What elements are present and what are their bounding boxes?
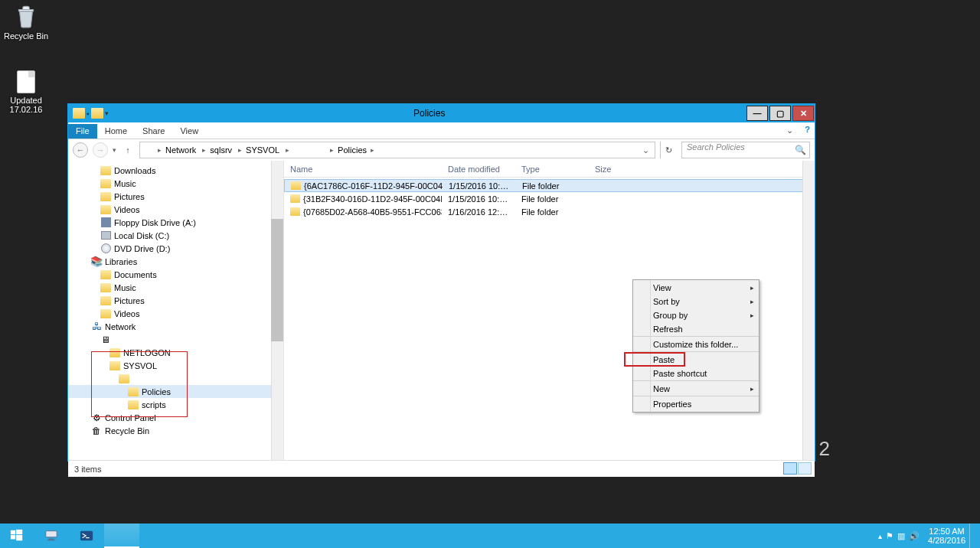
taskbar-server-manager[interactable] — [34, 524, 69, 548]
tree-label: Network — [105, 322, 136, 331]
titlebar[interactable]: ▪ ▾ Policies — ▢ ✕ — [68, 104, 815, 122]
col-size[interactable]: Size — [589, 165, 635, 174]
content-scrollbar[interactable] — [802, 161, 815, 460]
tree-node[interactable]: Pictures — [68, 190, 283, 203]
tray-network-icon[interactable]: ▥ — [897, 531, 905, 541]
tree-label: SYSVOL — [123, 361, 157, 370]
ribbon-tab-view[interactable]: View — [172, 124, 206, 139]
ribbon-tab-share[interactable]: Share — [135, 124, 172, 139]
file-date: 1/15/2016 10:31 PM — [442, 194, 515, 204]
tree-node[interactable]: 🗑Recycle Bin — [68, 424, 283, 437]
back-button[interactable]: ← — [73, 142, 88, 158]
tree-node[interactable]: scripts — [68, 398, 283, 411]
submenu-arrow-icon: ▸ — [750, 298, 754, 305]
tray-volume-icon[interactable]: 🔊 — [909, 531, 920, 541]
search-placeholder: Search Policies — [687, 142, 745, 152]
system-tray[interactable]: ▴ ⚑ ▥ 🔊 12:50 AM 4/28/2016 — [874, 524, 980, 548]
ctx-group[interactable]: Group by▸ — [633, 308, 759, 322]
start-button[interactable] — [0, 524, 34, 548]
up-button[interactable]: ↑ — [121, 143, 135, 157]
desktop-icon-label: Recycle Bin — [3, 31, 49, 41]
tray-flag-icon[interactable]: ⚑ — [886, 531, 893, 541]
tree-label: Libraries — [105, 257, 137, 266]
file-list[interactable]: Name Date modified Type Size {6AC1786C-0… — [284, 161, 815, 460]
ctx-paste[interactable]: Paste — [633, 353, 759, 367]
address-drop-icon[interactable]: ⌄ — [639, 145, 652, 155]
maximize-button[interactable]: ▢ — [769, 106, 791, 121]
col-type[interactable]: Type — [515, 165, 589, 174]
ribbon-tab-file[interactable]: File — [68, 124, 97, 139]
tree-node[interactable]: 🖥 — [68, 333, 283, 346]
windows-logo-icon — [10, 529, 24, 543]
file-row[interactable]: {07685D02-A568-40B5-9551-FCC063EB33…1/16… — [284, 205, 815, 218]
tree-node[interactable]: Music — [68, 177, 283, 190]
tree-label: Downloads — [114, 166, 155, 175]
taskbar-powershell[interactable] — [69, 524, 104, 548]
desktop-recycle-bin[interactable]: Recycle Bin — [3, 3, 49, 41]
window-title: Policies — [113, 108, 746, 119]
history-drop-icon[interactable]: ▾ — [113, 146, 116, 154]
ctx-paste-shortcut[interactable]: Paste shortcut — [633, 367, 759, 381]
tree-node[interactable]: NETLOGON — [68, 346, 283, 359]
tree-node[interactable] — [68, 372, 283, 385]
show-desktop-button[interactable] — [969, 524, 975, 548]
help-icon[interactable]: ? — [805, 125, 810, 134]
folder-icon — [143, 145, 154, 155]
net-icon: 🖧 — [90, 321, 103, 332]
tree-node[interactable]: DVD Drive (D:) — [68, 242, 283, 255]
tree-node[interactable]: SYSVOL — [68, 359, 283, 372]
folder-icon — [114, 529, 129, 541]
nav-tree[interactable]: DownloadsMusicPicturesVideosFloppy Disk … — [68, 161, 284, 460]
tree-node[interactable]: Downloads — [68, 164, 283, 177]
folder-icon — [127, 387, 139, 397]
desktop-file-icon[interactable]: Updated 17.02.16 — [3, 70, 49, 114]
minimize-button[interactable]: — — [746, 106, 768, 121]
tree-node[interactable]: Videos — [68, 307, 283, 320]
crumb[interactable]: SYSVOL — [246, 145, 279, 155]
tree-node[interactable]: ⚙Control Panel — [68, 411, 283, 424]
tree-node[interactable]: Documents — [68, 268, 283, 281]
file-row[interactable]: {31B2F340-016D-11D2-945F-00C04FB984…1/15… — [284, 192, 815, 205]
tree-node[interactable]: Videos — [68, 203, 283, 216]
close-button[interactable]: ✕ — [792, 106, 814, 121]
status-item-count: 3 items — [74, 465, 101, 474]
tray-up-icon[interactable]: ▴ — [878, 532, 882, 540]
ctx-customize[interactable]: Customize this folder... — [633, 338, 759, 352]
folder-icon — [100, 269, 112, 280]
ctx-view[interactable]: View▸ — [633, 281, 759, 295]
taskbar-clock[interactable]: 12:50 AM 4/28/2016 — [928, 527, 965, 545]
ctx-sort[interactable]: Sort by▸ — [633, 295, 759, 308]
column-headers[interactable]: Name Date modified Type Size — [284, 161, 815, 178]
tree-node[interactable]: 🖧Network — [68, 320, 283, 333]
ctx-new[interactable]: New▸ — [633, 382, 759, 396]
col-name[interactable]: Name — [284, 165, 442, 174]
ctx-refresh[interactable]: Refresh — [633, 322, 759, 337]
crumb[interactable]: Network — [165, 145, 196, 155]
tree-node[interactable]: 📚Libraries — [68, 255, 283, 268]
view-icons-button[interactable] — [798, 462, 812, 475]
ribbon-collapse-icon[interactable]: ⌄ — [786, 126, 793, 135]
folder-icon — [100, 308, 112, 319]
file-row[interactable]: {6AC1786C-016F-11D2-945F-00C04fB984…1/15… — [284, 179, 815, 192]
taskbar[interactable]: ▴ ⚑ ▥ 🔊 12:50 AM 4/28/2016 — [0, 524, 980, 548]
tree-node[interactable]: Local Disk (C:) — [68, 229, 283, 242]
forward-button[interactable]: → — [93, 142, 108, 158]
tree-label: Pictures — [114, 192, 145, 201]
search-input[interactable]: Search Policies 🔍 — [681, 142, 810, 158]
qat-drop-icon[interactable]: ▾ — [105, 109, 109, 117]
tree-node[interactable]: Music — [68, 281, 283, 294]
ribbon-tab-home[interactable]: Home — [97, 124, 135, 139]
tree-scroll-thumb[interactable] — [271, 219, 283, 341]
tree-node[interactable]: Policies — [68, 385, 283, 398]
taskbar-explorer[interactable] — [104, 524, 139, 548]
folder-icon — [291, 181, 301, 190]
ctx-properties[interactable]: Properties — [633, 397, 759, 411]
crumb[interactable]: Policies — [338, 145, 367, 155]
view-details-button[interactable] — [783, 462, 797, 475]
crumb[interactable]: sqlsrv — [210, 145, 232, 155]
address-bar[interactable]: ▸Network ▸sqlsrv ▸SYSVOL ▸ ▸Policies▸ ⌄ — [139, 142, 655, 158]
refresh-button[interactable]: ↻ — [660, 142, 677, 158]
col-date[interactable]: Date modified — [442, 165, 515, 174]
tree-node[interactable]: Floppy Disk Drive (A:) — [68, 216, 283, 229]
tree-node[interactable]: Pictures — [68, 294, 283, 307]
